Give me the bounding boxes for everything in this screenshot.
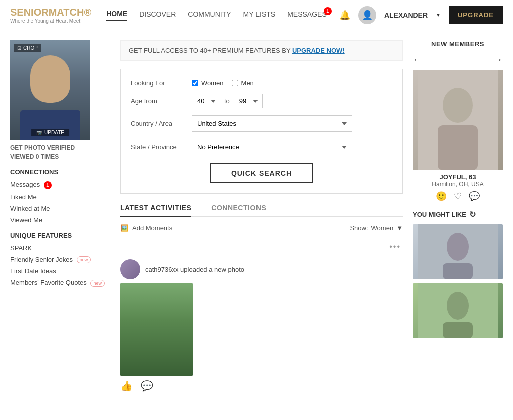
camera-icon: 📷: [36, 130, 42, 135]
member-info: JOYFUL, 63 Hamilton, OH, USA: [413, 173, 503, 188]
sidebar-winked-at-me[interactable]: Winked at Me: [10, 205, 110, 212]
crop-label[interactable]: ⊡ CROP: [14, 44, 41, 52]
main-nav: HOME DISCOVER COMMUNITY MY LISTS MESSAGE…: [106, 10, 339, 21]
next-member-button[interactable]: →: [493, 54, 503, 65]
suggested-photo-2-inner: [413, 283, 503, 338]
user-name[interactable]: ALEXANDER: [384, 11, 428, 19]
sidebar-messages[interactable]: Messages 1: [10, 181, 110, 189]
state-select[interactable]: No Preference: [192, 139, 352, 155]
member-actions: 🙂 ♡ 💬: [413, 191, 503, 202]
logo-area: SENIORMATCH® Where the Young at Heart Me…: [10, 7, 91, 24]
member-photo-inner: [413, 70, 503, 170]
suggested-member-1-photo[interactable]: [413, 224, 503, 279]
tab-latest-activities[interactable]: LATEST ACTIVITIES: [120, 204, 191, 217]
state-label: State / Province: [131, 143, 186, 151]
svg-rect-2: [438, 125, 478, 170]
comment-icon: 💬: [141, 380, 153, 391]
upgrade-banner: GET FULL ACCESS TO 40+ PREMIUM FEATURES …: [120, 40, 403, 61]
messages-count: 1: [44, 181, 52, 189]
image-icon: 🖼️: [120, 224, 128, 232]
sidebar-friendly-jokes[interactable]: Friendly Senior Jokes new: [10, 256, 110, 264]
upgrade-now-link[interactable]: UPGRADE NOW!: [292, 47, 345, 54]
heart-button[interactable]: ♡: [454, 191, 462, 202]
heart-icon: ♡: [454, 191, 462, 201]
activity-user-avatar[interactable]: [120, 259, 140, 279]
activity-text: cath9736xx uploaded a new photo: [145, 266, 244, 273]
nav-discover[interactable]: DISCOVER: [139, 10, 176, 20]
profile-photo: ⊡ CROP 📷 UPDATE: [10, 40, 90, 140]
member-card: JOYFUL, 63 Hamilton, OH, USA 🙂 ♡ 💬: [413, 70, 503, 202]
more-options-icon[interactable]: •••: [389, 242, 401, 251]
show-filter[interactable]: Show: Women ▼: [350, 224, 403, 232]
like-button[interactable]: 👍: [120, 380, 133, 392]
avatar-placeholder: [120, 259, 140, 279]
activity-actions: 👍 💬: [120, 376, 403, 396]
nav-messages[interactable]: MESSAGES 1: [287, 10, 327, 20]
men-checkbox-label[interactable]: Men: [232, 79, 254, 87]
sidebar-liked-me[interactable]: Liked Me: [10, 193, 110, 201]
logo-tagline: Where the Young at Heart Meet!: [10, 18, 91, 24]
to-label: to: [224, 97, 230, 105]
smile-button[interactable]: 🙂: [436, 191, 447, 202]
chat-icon: 💬: [469, 191, 480, 201]
add-moments-button[interactable]: 🖼️ Add Moments: [120, 224, 172, 232]
activities-tabs: LATEST ACTIVITIES CONNECTIONS: [120, 204, 403, 217]
sidebar-first-date[interactable]: First Date Ideas: [10, 267, 110, 275]
chat-button[interactable]: 💬: [469, 191, 480, 202]
add-moments-bar: 🖼️ Add Moments Show: Women ▼: [120, 219, 403, 237]
member-nav: ← →: [413, 54, 503, 65]
upgrade-button[interactable]: UPGRADE: [449, 6, 503, 24]
prev-member-button[interactable]: ←: [413, 54, 423, 65]
tab-connections[interactable]: CONNECTIONS: [211, 204, 266, 216]
age-from-label: Age from: [131, 97, 186, 105]
women-checkbox[interactable]: [192, 80, 198, 86]
chevron-down-icon: ▼: [396, 224, 403, 232]
profile-photo-placeholder: [10, 40, 90, 140]
men-checkbox[interactable]: [232, 80, 238, 86]
women-checkbox-label[interactable]: Women: [192, 79, 224, 87]
chevron-down-icon[interactable]: ▼: [436, 12, 441, 18]
connections-title: CONNECTIONS: [10, 168, 110, 176]
search-form: Looking For Women Men Age from 40: [120, 69, 403, 194]
member-photo[interactable]: [413, 70, 503, 170]
logo-text: SENIORMATCH®: [10, 7, 91, 18]
update-label[interactable]: 📷 UPDATE: [31, 129, 69, 136]
nav-my-lists[interactable]: MY LISTS: [243, 10, 276, 20]
new-badge: new: [77, 256, 91, 263]
age-to-select[interactable]: 99: [234, 94, 263, 108]
nav-community[interactable]: COMMUNITY: [188, 10, 231, 20]
age-from-select[interactable]: 40: [192, 94, 220, 108]
svg-rect-5: [443, 263, 473, 279]
gender-checkboxes: Women Men: [192, 79, 254, 87]
svg-point-7: [447, 292, 469, 320]
comment-button[interactable]: 💬: [141, 380, 153, 392]
messages-badge: 1: [324, 7, 332, 15]
activity-dots: •••: [120, 242, 403, 251]
suggested-photo-1-svg: [413, 224, 503, 279]
suggested-photo-1-inner: [413, 224, 503, 279]
thumbs-up-icon: 👍: [120, 380, 133, 391]
you-might-like-section: YOU MIGHT LIKE ↻: [413, 210, 503, 219]
quick-search-button[interactable]: QUICK SEARCH: [210, 163, 313, 183]
nav-home[interactable]: HOME: [106, 10, 127, 21]
sidebar-favorite-quotes[interactable]: Members' Favorite Quotes new: [10, 279, 110, 287]
country-row: Country / Area United States: [131, 115, 392, 132]
country-select[interactable]: United States: [192, 115, 352, 132]
country-label: Country / Area: [131, 120, 186, 127]
right-sidebar: NEW MEMBERS ← → JOYFUL, 63 Hamilton, OH,…: [413, 40, 503, 401]
activity-photo-inner: [120, 283, 193, 376]
avatar: 👤: [358, 6, 376, 24]
sidebar-viewed-me[interactable]: Viewed Me: [10, 216, 110, 224]
photo-verified-link[interactable]: GET PHOTO VERIFIED: [10, 144, 110, 151]
age-inputs: 40 to 99: [192, 94, 263, 108]
unique-features-title: UNIQUE FEATURES: [10, 232, 110, 239]
activity-photo[interactable]: [120, 283, 193, 376]
bell-icon[interactable]: 🔔: [339, 10, 350, 21]
sidebar-spark[interactable]: SPARK: [10, 244, 110, 252]
suggested-member-2-photo[interactable]: [413, 283, 503, 338]
refresh-icon[interactable]: ↻: [469, 210, 476, 219]
new-badge-2: new: [90, 280, 105, 287]
logo: SENIORMATCH®: [10, 7, 91, 18]
age-row: Age from 40 to 99: [131, 94, 392, 108]
viewed-times: VIEWED 0 TIMES: [10, 153, 110, 160]
